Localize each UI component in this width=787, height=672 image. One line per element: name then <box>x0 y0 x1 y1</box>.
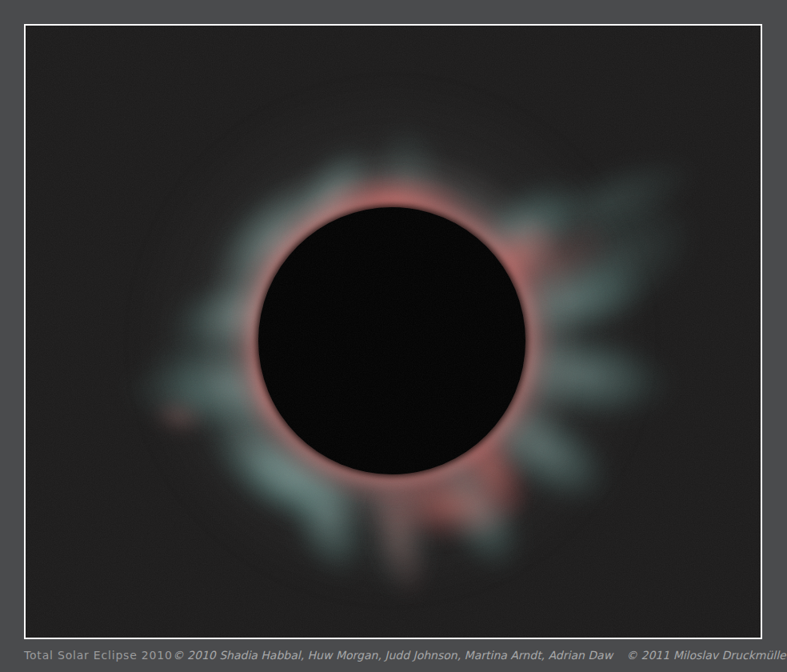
eclipse-photo <box>24 24 762 639</box>
credit-2010: © 2010 Shadia Habbal, Huw Morgan, Judd J… <box>173 649 613 662</box>
eclipse-page: Total Solar Eclipse 2010 © 2010 Shadia H… <box>0 0 787 672</box>
photo-title: Total Solar Eclipse 2010 <box>24 649 173 662</box>
photo-credits: © 2010 Shadia Habbal, Huw Morgan, Judd J… <box>173 649 787 662</box>
credit-2011: © 2011 Miloslav Druckmüller <box>626 649 787 662</box>
grain-overlay <box>26 26 761 638</box>
caption-bar: Total Solar Eclipse 2010 © 2010 Shadia H… <box>24 640 762 670</box>
